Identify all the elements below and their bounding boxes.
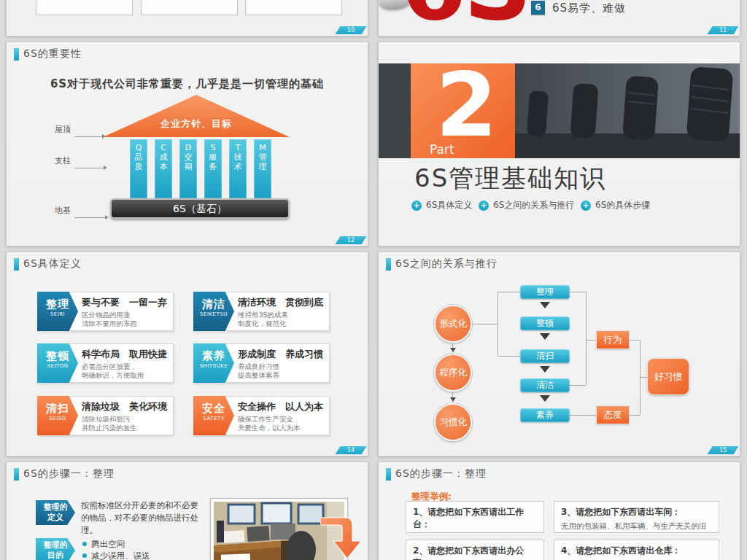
slide-10-thumbnail[interactable]: 10 (6, 0, 368, 36)
slide-11-thumbnail[interactable]: 6S 6 6S易学、难做 11 (378, 0, 740, 36)
slide-16-step-one[interactable]: 6S的步骤一：整理 整理的定义 按照标准区分开必要的和不必要的物品，对不必要的物… (6, 462, 368, 560)
pillar-cost: C成本 (155, 139, 172, 198)
part-number: 2 (436, 58, 498, 152)
label-base: 地基 (55, 205, 71, 216)
example-box-2: 2、请您把如下东西请出办公室： 外衣、私用物品、饭盒、水果、点心、运动鞋、拖鞋…… (406, 540, 544, 560)
section-bullet: + 6S之间的关系与推行 (479, 199, 574, 211)
connector (570, 385, 586, 386)
step-seiketsu: 清洁 (520, 378, 570, 392)
list-item-label: 6S易学、难做 (552, 1, 626, 15)
purpose-item: 腾出空间 (82, 538, 158, 550)
definition-card-safety: 安全SAFETY 安全操作 以人为本 确保工作生产安全 关爱生命，以人为本 (193, 396, 330, 435)
slide-title: 6S的步骤一：整理 (14, 467, 115, 481)
page-number-tab: 10 (336, 26, 367, 34)
content-box (36, 0, 133, 15)
slide-12-importance[interactable]: 6S的重要性 6S对于现代公司非常重要，几乎是是一切管理的基础 企业方针、目标 … (6, 42, 368, 246)
card-tag: 清扫SEISO (37, 396, 78, 435)
list-number-badge: 6 (531, 1, 545, 15)
page-number-tab: 14 (336, 446, 367, 454)
step-shitsuke: 素养 (520, 408, 570, 422)
label-pillar: 支柱 (55, 155, 71, 166)
down-arrow-icon (450, 348, 456, 352)
card-tag: 整顿SEITON (37, 343, 78, 383)
definition-card-seiton: 整顿SEITON 科学布局 取用快捷 必需品分区放置， 明确标识，方便取用 (37, 343, 174, 383)
down-arrow-icon (540, 366, 550, 373)
purpose-item: 减少误用、误送 (82, 550, 158, 560)
connector (498, 292, 498, 356)
example-box-1: 1、请您把如下东西请出工作台： 报纸、杂志、茶杯、无用书籍、扑克、书包、围巾、…… (406, 501, 544, 533)
box-behavior: 行为 (596, 330, 630, 349)
slide-15-relationship[interactable]: 6S之间的关系与推行 形式化 程序化 习惯化 整理 整顿 清扫 清洁 素养 行为… (378, 252, 740, 456)
purpose-list: 腾出空间 减少误用、误送 营造清爽工作环境 (82, 538, 158, 560)
connector (640, 377, 647, 378)
circle-formalize: 形式化 (434, 305, 472, 343)
slide-title: 6S的重要性 (14, 47, 82, 61)
conference-chairs-photo (515, 63, 740, 158)
connector (570, 292, 586, 292)
content-box (141, 0, 238, 15)
plus-icon: + (581, 201, 591, 211)
connector (498, 292, 520, 292)
down-arrow-icon (540, 333, 550, 340)
dark-accent-block (379, 63, 411, 158)
definition-card-seiketsu: 清洁SEIKETSU 清洁环境 贯彻到底 维持前3S的成果 制度化，规范化 (193, 292, 330, 331)
foundation-bar: 6S（基石） (110, 198, 290, 219)
title-accent-bar (386, 258, 391, 271)
slide-title: 6S之间的关系与推行 (386, 257, 498, 271)
connector (586, 340, 596, 341)
label-roof: 屋顶 (55, 124, 71, 135)
down-arrow-icon (540, 395, 550, 402)
slide-14-definitions[interactable]: 6S具体定义 整理SEIRI 要与不要 一留一弃 区分物品的用途 清除不要用的东… (6, 252, 368, 456)
header-band: Part 2 (379, 63, 740, 158)
card-tag: 素养SHITSUKE (193, 343, 234, 383)
pillar-delivery: D交期 (179, 139, 197, 198)
down-arrow-icon (540, 302, 550, 308)
slide-title: 6S的步骤一：整理 (386, 467, 487, 481)
down-arrow-icon (450, 397, 456, 402)
box-attitude: 态度 (596, 405, 630, 424)
title-accent-bar (14, 258, 19, 271)
definition-card-seiri: 整理SEIRI 要与不要 一留一弃 区分物品的用途 清除不要用的东西 (37, 292, 174, 331)
base-pointer-line (74, 217, 105, 218)
step-seiso: 清扫 (520, 349, 570, 363)
card-tag: 整理SEIRI (37, 292, 78, 331)
section-bullet: + 6S具体定义 (411, 199, 472, 211)
box-good-habit: 好习惯 (647, 358, 689, 395)
connector (586, 292, 587, 385)
roof-triangle: 企业方针、目标 (103, 95, 290, 137)
bullet-dot-icon (82, 553, 87, 558)
plus-icon: + (479, 201, 489, 211)
connector (630, 340, 640, 341)
definition-text: 按照标准区分开必要的和不必要的物品，对不必要的物品进行处理。 (81, 499, 206, 537)
example-box-4: 4、请您把如下东西请出仓库： 垃圾、废包装箱、废弃物、生活用品、个人用品、…… (554, 540, 719, 560)
definition-card-seiso: 清扫SEISO 清除垃圾 美化环境 清除垃圾和脏污 并防止污染的发生 (37, 396, 174, 435)
page-number-tab: 11 (708, 26, 739, 34)
card-tag: 安全SAFETY (193, 396, 234, 435)
connector (472, 324, 498, 324)
connector (630, 415, 640, 416)
pillar-management: M管理 (254, 139, 271, 198)
circle-proceduralize: 程序化 (434, 354, 472, 392)
elbow-arrow-icon (320, 512, 364, 560)
bullet-dot-icon (82, 542, 87, 546)
slide-13-part-divider[interactable]: Part 2 6S管理基础知识 + 6S具体定义 + 6S之间的关系与推行 + … (378, 42, 740, 246)
red-6s-3d-graphic: 6S (400, 0, 529, 23)
card-tag: 清洁SEIKETSU (193, 292, 234, 331)
definition-card-shitsuke: 素养SHITSUKE 形成制度 养成习惯 养成良好习惯 提高整体素养 (193, 343, 330, 383)
slide-title: 6S具体定义 (14, 257, 82, 271)
pillar-technology: T技术 (229, 139, 247, 198)
purpose-tag: 整理的目的 (36, 538, 75, 560)
example-box-3: 3、请您把如下东西请出车间： 无用的包装箱、私用车辆、与生产无关的旧物品、运动器… (554, 501, 719, 533)
content-box (245, 0, 342, 15)
step-seiton: 整顿 (520, 316, 570, 330)
connector (498, 356, 520, 357)
page-number-tab: 15 (708, 446, 739, 454)
page-number-tab: 12 (336, 236, 367, 244)
circle-habitualize: 习惯化 (434, 403, 472, 441)
roof-pointer-line (74, 136, 102, 137)
title-accent-bar (14, 468, 19, 481)
step-seiri: 整理 (520, 285, 570, 299)
slide-17-step-one-examples[interactable]: 6S的步骤一：整理 整理举例: 1、请您把如下东西请出工作台： 报纸、杂志、茶杯… (378, 462, 740, 560)
pillar-pointer-line (74, 168, 104, 168)
section-bullet: + 6S的具体步骤 (581, 199, 650, 211)
